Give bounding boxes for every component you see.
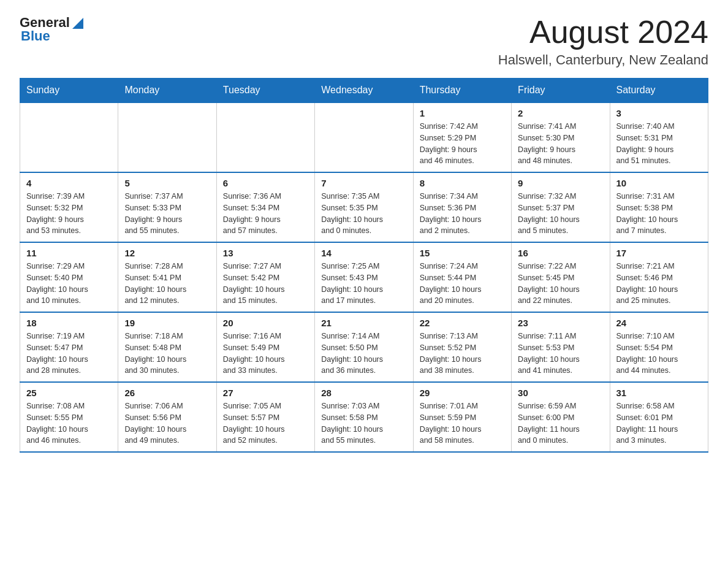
day-number: 26 — [124, 388, 210, 398]
weekday-header-wednesday: Wednesday — [315, 79, 413, 103]
day-cell-22: 22Sunrise: 7:13 AMSunset: 5:52 PMDayligh… — [413, 312, 511, 382]
day-info: Sunrise: 7:01 AMSunset: 5:59 PMDaylight:… — [420, 400, 505, 446]
day-info: Sunrise: 7:37 AMSunset: 5:33 PMDaylight:… — [124, 191, 210, 237]
day-info: Sunrise: 7:08 AMSunset: 5:55 PMDaylight:… — [26, 400, 112, 446]
title-block: August 2024 Halswell, Canterbury, New Ze… — [498, 15, 708, 68]
weekday-header-tuesday: Tuesday — [216, 79, 314, 103]
day-info: Sunrise: 7:13 AMSunset: 5:52 PMDaylight:… — [420, 331, 505, 377]
day-cell-16: 16Sunrise: 7:22 AMSunset: 5:45 PMDayligh… — [512, 242, 610, 312]
day-info: Sunrise: 7:18 AMSunset: 5:48 PMDaylight:… — [124, 331, 210, 377]
day-number: 6 — [223, 178, 308, 188]
day-info: Sunrise: 7:41 AMSunset: 5:30 PMDaylight:… — [518, 121, 603, 167]
day-info: Sunrise: 7:35 AMSunset: 5:35 PMDaylight:… — [321, 191, 406, 237]
day-number: 5 — [124, 178, 210, 188]
logo: General Blue — [20, 15, 85, 44]
day-cell-5: 5Sunrise: 7:37 AMSunset: 5:33 PMDaylight… — [118, 172, 216, 242]
day-cell-23: 23Sunrise: 7:11 AMSunset: 5:53 PMDayligh… — [512, 312, 610, 382]
day-info: Sunrise: 6:58 AMSunset: 6:01 PMDaylight:… — [616, 400, 702, 446]
day-info: Sunrise: 7:32 AMSunset: 5:37 PMDaylight:… — [518, 191, 603, 237]
day-cell-19: 19Sunrise: 7:18 AMSunset: 5:48 PMDayligh… — [118, 312, 216, 382]
day-cell-13: 13Sunrise: 7:27 AMSunset: 5:42 PMDayligh… — [216, 242, 314, 312]
empty-cell — [216, 102, 314, 172]
day-cell-25: 25Sunrise: 7:08 AMSunset: 5:55 PMDayligh… — [20, 382, 118, 452]
weekday-header-thursday: Thursday — [413, 79, 511, 103]
day-number: 22 — [420, 318, 505, 328]
day-info: Sunrise: 7:28 AMSunset: 5:41 PMDaylight:… — [124, 261, 210, 307]
day-number: 14 — [321, 248, 406, 258]
day-info: Sunrise: 7:10 AMSunset: 5:54 PMDaylight:… — [616, 331, 702, 377]
day-info: Sunrise: 7:29 AMSunset: 5:40 PMDaylight:… — [26, 261, 112, 307]
day-cell-18: 18Sunrise: 7:19 AMSunset: 5:47 PMDayligh… — [20, 312, 118, 382]
day-cell-28: 28Sunrise: 7:03 AMSunset: 5:58 PMDayligh… — [315, 382, 413, 452]
day-number: 18 — [26, 318, 112, 328]
location-title: Halswell, Canterbury, New Zealand — [498, 52, 708, 68]
logo-triangle-icon — [71, 17, 85, 30]
day-number: 10 — [616, 178, 702, 188]
day-number: 30 — [518, 388, 603, 398]
day-cell-21: 21Sunrise: 7:14 AMSunset: 5:50 PMDayligh… — [315, 312, 413, 382]
day-number: 9 — [518, 178, 603, 188]
day-number: 2 — [518, 108, 603, 118]
day-cell-29: 29Sunrise: 7:01 AMSunset: 5:59 PMDayligh… — [413, 382, 511, 452]
day-number: 29 — [420, 388, 505, 398]
day-cell-24: 24Sunrise: 7:10 AMSunset: 5:54 PMDayligh… — [610, 312, 708, 382]
day-info: Sunrise: 7:27 AMSunset: 5:42 PMDaylight:… — [223, 261, 308, 307]
svg-marker-0 — [72, 18, 83, 29]
day-cell-10: 10Sunrise: 7:31 AMSunset: 5:38 PMDayligh… — [610, 172, 708, 242]
week-row-2: 4Sunrise: 7:39 AMSunset: 5:32 PMDaylight… — [20, 172, 708, 242]
day-number: 19 — [124, 318, 210, 328]
empty-cell — [20, 102, 118, 172]
day-info: Sunrise: 7:16 AMSunset: 5:49 PMDaylight:… — [223, 331, 308, 377]
day-number: 8 — [420, 178, 505, 188]
day-number: 13 — [223, 248, 308, 258]
day-cell-30: 30Sunrise: 6:59 AMSunset: 6:00 PMDayligh… — [512, 382, 610, 452]
day-info: Sunrise: 7:40 AMSunset: 5:31 PMDaylight:… — [616, 121, 702, 167]
day-number: 15 — [420, 248, 505, 258]
day-cell-1: 1Sunrise: 7:42 AMSunset: 5:29 PMDaylight… — [413, 102, 511, 172]
day-info: Sunrise: 7:11 AMSunset: 5:53 PMDaylight:… — [518, 331, 603, 377]
day-info: Sunrise: 7:34 AMSunset: 5:36 PMDaylight:… — [420, 191, 505, 237]
day-cell-15: 15Sunrise: 7:24 AMSunset: 5:44 PMDayligh… — [413, 242, 511, 312]
day-info: Sunrise: 7:21 AMSunset: 5:46 PMDaylight:… — [616, 261, 702, 307]
day-number: 27 — [223, 388, 308, 398]
day-info: Sunrise: 7:42 AMSunset: 5:29 PMDaylight:… — [420, 121, 505, 167]
day-number: 21 — [321, 318, 406, 328]
week-row-3: 11Sunrise: 7:29 AMSunset: 5:40 PMDayligh… — [20, 242, 708, 312]
day-cell-14: 14Sunrise: 7:25 AMSunset: 5:43 PMDayligh… — [315, 242, 413, 312]
day-info: Sunrise: 7:03 AMSunset: 5:58 PMDaylight:… — [321, 400, 406, 446]
day-number: 16 — [518, 248, 603, 258]
calendar-table: SundayMondayTuesdayWednesdayThursdayFrid… — [20, 78, 708, 453]
day-cell-12: 12Sunrise: 7:28 AMSunset: 5:41 PMDayligh… — [118, 242, 216, 312]
week-row-4: 18Sunrise: 7:19 AMSunset: 5:47 PMDayligh… — [20, 312, 708, 382]
day-info: Sunrise: 7:19 AMSunset: 5:47 PMDaylight:… — [26, 331, 112, 377]
weekday-header-monday: Monday — [118, 79, 216, 103]
day-cell-7: 7Sunrise: 7:35 AMSunset: 5:35 PMDaylight… — [315, 172, 413, 242]
day-cell-6: 6Sunrise: 7:36 AMSunset: 5:34 PMDaylight… — [216, 172, 314, 242]
weekday-header-friday: Friday — [512, 79, 610, 103]
day-cell-17: 17Sunrise: 7:21 AMSunset: 5:46 PMDayligh… — [610, 242, 708, 312]
day-info: Sunrise: 7:24 AMSunset: 5:44 PMDaylight:… — [420, 261, 505, 307]
day-cell-2: 2Sunrise: 7:41 AMSunset: 5:30 PMDaylight… — [512, 102, 610, 172]
day-info: Sunrise: 7:39 AMSunset: 5:32 PMDaylight:… — [26, 191, 112, 237]
weekday-header-saturday: Saturday — [610, 79, 708, 103]
day-cell-4: 4Sunrise: 7:39 AMSunset: 5:32 PMDaylight… — [20, 172, 118, 242]
day-number: 11 — [26, 248, 112, 258]
day-number: 25 — [26, 388, 112, 398]
day-cell-8: 8Sunrise: 7:34 AMSunset: 5:36 PMDaylight… — [413, 172, 511, 242]
day-number: 23 — [518, 318, 603, 328]
day-number: 12 — [124, 248, 210, 258]
page-header: General Blue August 2024 Halswell, Cante… — [20, 15, 708, 68]
day-number: 7 — [321, 178, 406, 188]
day-info: Sunrise: 7:25 AMSunset: 5:43 PMDaylight:… — [321, 261, 406, 307]
day-cell-31: 31Sunrise: 6:58 AMSunset: 6:01 PMDayligh… — [610, 382, 708, 452]
day-info: Sunrise: 7:31 AMSunset: 5:38 PMDaylight:… — [616, 191, 702, 237]
logo-blue-text: Blue — [20, 28, 50, 44]
empty-cell — [315, 102, 413, 172]
day-number: 20 — [223, 318, 308, 328]
day-cell-3: 3Sunrise: 7:40 AMSunset: 5:31 PMDaylight… — [610, 102, 708, 172]
week-row-5: 25Sunrise: 7:08 AMSunset: 5:55 PMDayligh… — [20, 382, 708, 452]
day-info: Sunrise: 7:36 AMSunset: 5:34 PMDaylight:… — [223, 191, 308, 237]
week-row-1: 1Sunrise: 7:42 AMSunset: 5:29 PMDaylight… — [20, 102, 708, 172]
weekday-header-sunday: Sunday — [20, 79, 118, 103]
day-info: Sunrise: 7:22 AMSunset: 5:45 PMDaylight:… — [518, 261, 603, 307]
